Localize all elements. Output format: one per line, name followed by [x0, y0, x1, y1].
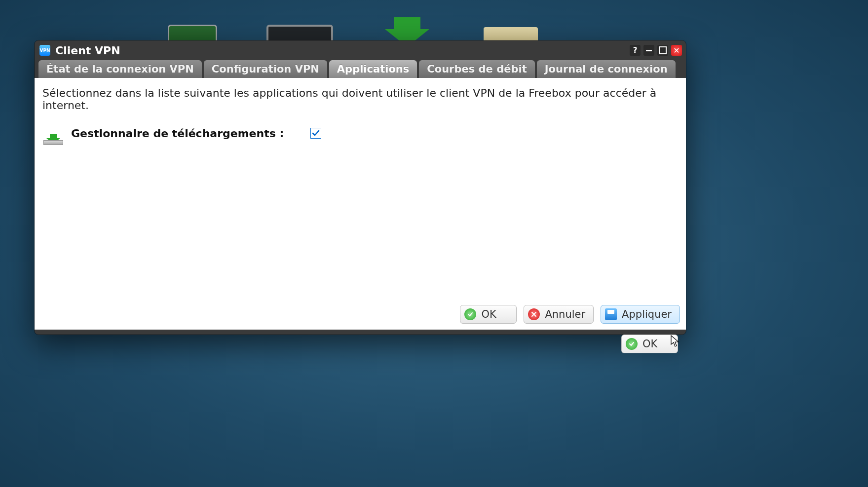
window-controls: ? ✕: [630, 45, 682, 56]
cancel-icon: [528, 308, 540, 320]
ok-icon: [464, 308, 476, 320]
check-icon: [312, 129, 320, 137]
footer-ok-button[interactable]: OK: [621, 335, 678, 353]
app-row-label: Gestionnaire de téléchargements :: [71, 127, 284, 140]
ok-button-label: OK: [481, 308, 496, 320]
cancel-button-label: Annuler: [545, 308, 585, 320]
tab-connection-state[interactable]: État de la connexion VPN: [38, 60, 202, 78]
download-manager-icon: [42, 122, 64, 144]
apply-button[interactable]: Appliquer: [601, 305, 680, 324]
vpn-client-window: VPN Client VPN ? ✕ État de la connexion …: [35, 40, 686, 335]
app-row: Gestionnaire de téléchargements :: [42, 122, 678, 144]
maximize-button[interactable]: [657, 45, 668, 56]
footer-ok-button-label: OK: [642, 338, 657, 350]
app-icon: VPN: [39, 45, 50, 56]
tab-connection-log[interactable]: Journal de connexion: [537, 60, 676, 78]
save-icon: [605, 308, 617, 320]
footer-ok-wrapper: OK: [621, 335, 678, 353]
minimize-button[interactable]: [643, 45, 654, 56]
ok-button[interactable]: OK: [460, 305, 517, 324]
ok-icon: [626, 338, 638, 350]
cancel-button[interactable]: Annuler: [524, 305, 594, 324]
close-button[interactable]: ✕: [671, 45, 682, 56]
apply-button-label: Appliquer: [622, 308, 672, 320]
tab-bar: État de la connexion VPN Configuration V…: [35, 60, 686, 78]
download-manager-checkbox[interactable]: [310, 128, 321, 139]
content-pane: Sélectionnez dans la liste suivante les …: [35, 78, 686, 330]
tab-applications[interactable]: Applications: [329, 60, 417, 78]
tab-configuration[interactable]: Configuration VPN: [204, 60, 327, 78]
help-button[interactable]: ?: [630, 45, 641, 56]
titlebar: VPN Client VPN ? ✕: [35, 40, 686, 60]
window-title: Client VPN: [55, 44, 630, 57]
tab-bandwidth-curves[interactable]: Courbes de débit: [419, 60, 534, 78]
dialog-buttons: OK Annuler Appliquer: [460, 305, 680, 324]
instruction-text: Sélectionnez dans la liste suivante les …: [42, 87, 678, 112]
